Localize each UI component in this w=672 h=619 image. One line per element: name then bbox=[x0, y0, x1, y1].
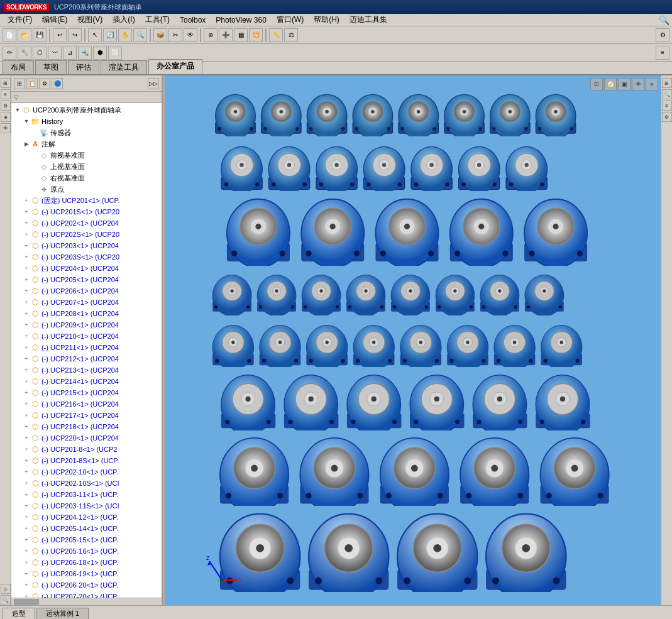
hide-show-btn[interactable]: 👁 bbox=[632, 78, 644, 90]
tree-component-28[interactable]: + ⬡ (-) UCP204-12<1> (UCP. bbox=[13, 512, 160, 523]
tree-component-34[interactable]: + ⬡ (-) UCP206-20<1> (UCP. bbox=[13, 579, 160, 591]
display-button[interactable]: 👁 bbox=[184, 28, 197, 42]
zoom-to-fit-btn[interactable]: ⊡ bbox=[590, 78, 603, 90]
tree-root[interactable]: ▼ ⬡ UCP200系列带座外球面轴承 bbox=[13, 104, 160, 116]
right-btn-1[interactable]: ⊞ bbox=[662, 78, 672, 88]
tree-component-3[interactable]: + ⬡ (-) UCP202S<1> (UCP20 bbox=[13, 229, 160, 240]
tree-component-30[interactable]: + ⬡ (-) UCP205-15<1> (UCP. bbox=[13, 534, 160, 545]
menu-tools[interactable]: 工具(T) bbox=[140, 14, 175, 26]
view-button[interactable]: 📦 bbox=[153, 28, 167, 42]
tree-component-19[interactable]: + ⬡ (-) UCP217<1> (UCP204 bbox=[13, 410, 160, 421]
open-button[interactable]: 📂 bbox=[18, 28, 31, 42]
tree-component-18[interactable]: + ⬡ (-) UCP216<1> (UCP204 bbox=[13, 398, 160, 410]
tree-component-32[interactable]: + ⬡ (-) UCP206-18<1> (UCP. bbox=[13, 557, 160, 568]
dim-expert-icon[interactable]: ◈ bbox=[1, 112, 11, 122]
redo-button[interactable]: ↪ bbox=[68, 28, 82, 42]
more-vp-btn[interactable]: ≡ bbox=[646, 78, 658, 90]
menu-insert[interactable]: 插入(I) bbox=[107, 14, 140, 26]
pan-button[interactable]: ✋ bbox=[118, 28, 132, 42]
tree-component-31[interactable]: + ⬡ (-) UCP205-16<1> (UCP. bbox=[13, 545, 160, 557]
tree-component-25[interactable]: + ⬡ (-) UCP202-10S<1> (UCI bbox=[13, 478, 160, 489]
3d-viewport[interactable]: ⊡ 🧭 ▣ 👁 ≡ bbox=[165, 75, 661, 605]
tree-component-1[interactable]: + ⬡ (-) UCP201S<1> (UCP20 bbox=[13, 206, 160, 217]
tree-component-10[interactable]: + ⬡ (-) UCP208<1> (UCP204 bbox=[13, 308, 160, 319]
left-toolbar-btn3[interactable]: ⚙ bbox=[39, 78, 50, 89]
left-toolbar-btn1[interactable]: ⊞ bbox=[14, 78, 25, 89]
options-button[interactable]: ⚙ bbox=[656, 28, 669, 42]
tree-component-9[interactable]: + ⬡ (-) UCP207<1> (UCP204 bbox=[13, 297, 160, 308]
tree-component-11[interactable]: + ⬡ (-) UCP209<1> (UCP204 bbox=[13, 319, 160, 331]
tree-component-17[interactable]: + ⬡ (-) UCP215<1> (UCP204 bbox=[13, 387, 160, 398]
select-button[interactable]: ↖ bbox=[88, 28, 102, 42]
search-icon[interactable]: 🔍 bbox=[659, 15, 669, 25]
mold-button[interactable]: ⬜ bbox=[108, 46, 122, 60]
tree-right-plane[interactable]: ◇ 右视基准面 bbox=[13, 172, 160, 184]
tab-evaluate[interactable]: 评估 bbox=[68, 60, 99, 74]
explode-button[interactable]: 💥 bbox=[249, 28, 263, 42]
bottom-tab-model[interactable]: 造型 bbox=[3, 608, 35, 619]
tree-component-13[interactable]: + ⬡ (-) UCP211<1> (UCP204 bbox=[13, 342, 160, 353]
sketch-button[interactable]: ✏ bbox=[3, 46, 16, 60]
tab-render[interactable]: 渲染工具 bbox=[101, 60, 147, 74]
curve-button[interactable]: 〰 bbox=[48, 46, 62, 60]
menu-edit[interactable]: 编辑(E) bbox=[37, 14, 72, 26]
tree-component-24[interactable]: + ⬡ (-) UCP202-10<1> (UCP. bbox=[13, 466, 160, 478]
feature-tree[interactable]: ▼ ⬡ UCP200系列带座外球面轴承 ▼ 📁 History 📡 传感器 ▶ … bbox=[11, 103, 162, 598]
task-pane-icon[interactable]: ▷ bbox=[1, 584, 11, 594]
tree-annotation[interactable]: ▶ A 注解 bbox=[13, 138, 160, 150]
tree-top-plane[interactable]: ◇ 上视基准面 bbox=[13, 161, 160, 172]
tree-component-35[interactable]: + ⬡ (-) UCP207-20<1> (UCP. bbox=[13, 591, 160, 598]
save-button[interactable]: 💾 bbox=[33, 28, 47, 42]
direct-edit-button[interactable]: ⊿ bbox=[63, 46, 77, 60]
mate-button[interactable]: ⊕ bbox=[204, 28, 218, 42]
bottom-tab-motion[interactable]: 运动算例 1 bbox=[36, 608, 89, 619]
tab-office[interactable]: 办公室产品 bbox=[148, 59, 202, 74]
tree-component-15[interactable]: + ⬡ (-) UCP213<1> (UCP204 bbox=[13, 364, 160, 376]
menu-file[interactable]: 文件(F) bbox=[3, 14, 37, 26]
zoom-button[interactable]: 🔍 bbox=[133, 28, 147, 42]
right-options[interactable]: ≡ bbox=[656, 46, 669, 60]
new-button[interactable]: 📄 bbox=[3, 28, 16, 42]
tree-component-14[interactable]: + ⬡ (-) UCP212<1> (UCP204 bbox=[13, 353, 160, 364]
right-btn-3[interactable]: ≡ bbox=[662, 101, 672, 111]
right-btn-2[interactable]: 🔍 bbox=[662, 89, 672, 99]
tree-sensor[interactable]: 📡 传感器 bbox=[13, 127, 160, 138]
tree-component-8[interactable]: + ⬡ (-) UCP206<1> (UCP204 bbox=[13, 285, 160, 297]
rotate-button[interactable]: 🔄 bbox=[103, 28, 117, 42]
feature-manager-icon[interactable]: ⊞ bbox=[1, 78, 11, 88]
tree-component-21[interactable]: + ⬡ (-) UCP220<1> (UCP204 bbox=[13, 432, 160, 444]
menu-photoview[interactable]: PhotoView 360 bbox=[211, 15, 272, 25]
menu-maidi[interactable]: 迈迪工具集 bbox=[344, 14, 392, 26]
tree-component-7[interactable]: + ⬡ (-) UCP205<1> (UCP204 bbox=[13, 274, 160, 285]
tree-component-33[interactable]: + ⬡ (-) UCP206-19<1> (UCP. bbox=[13, 568, 160, 579]
config-manager-icon[interactable]: ⚙ bbox=[1, 101, 11, 111]
tree-origin[interactable]: ✛ 原点 bbox=[13, 184, 160, 195]
insert-comp-button[interactable]: ➕ bbox=[219, 28, 233, 42]
tree-history[interactable]: ▼ 📁 History bbox=[13, 116, 160, 127]
tree-component-22[interactable]: + ⬡ (-) UCP201-8<1> (UCP2 bbox=[13, 444, 160, 455]
left-toolbar-btn4[interactable]: 🔵 bbox=[52, 78, 63, 89]
tree-component-6[interactable]: + ⬡ (-) UCP204<1> (UCP204 bbox=[13, 263, 160, 274]
property-manager-icon[interactable]: ≡ bbox=[1, 89, 11, 99]
expand-collapse-all[interactable]: ▷▷ bbox=[148, 78, 159, 89]
tree-component-20[interactable]: + ⬡ (-) UCP218<1> (UCP204 bbox=[13, 421, 160, 432]
menu-toolbox[interactable]: Toolbox bbox=[175, 15, 211, 25]
tree-component-2[interactable]: + ⬡ (-) UCP202<1> (UCP204 bbox=[13, 217, 160, 229]
fastening-button[interactable]: 🔩 bbox=[78, 46, 92, 60]
section-button[interactable]: ✂ bbox=[168, 28, 182, 42]
menu-help[interactable]: 帮助(H) bbox=[309, 14, 344, 26]
right-btn-4[interactable]: ⚙ bbox=[662, 112, 672, 122]
tree-component-16[interactable]: + ⬡ (-) UCP214<1> (UCP204 bbox=[13, 376, 160, 387]
feature-button[interactable]: 🔧 bbox=[18, 46, 31, 60]
tab-layout[interactable]: 布局 bbox=[3, 60, 34, 74]
tree-component-29[interactable]: + ⬡ (-) UCP205-14<1> (UCP. bbox=[13, 523, 160, 534]
tree-component-27[interactable]: + ⬡ (-) UCP203-11S<1> (UCI bbox=[13, 500, 160, 512]
tree-front-plane[interactable]: ◇ 前视基准面 bbox=[13, 150, 160, 161]
tree-component-4[interactable]: + ⬡ (-) UCP203<1> (UCP204 bbox=[13, 240, 160, 251]
weld-button[interactable]: ⬢ bbox=[93, 46, 107, 60]
tree-component-23[interactable]: + ⬡ (-) UCP201-8S<1> (UCP. bbox=[13, 455, 160, 466]
display-manager-icon[interactable]: 👁 bbox=[1, 123, 11, 133]
search-panel-icon[interactable]: 🔍 bbox=[1, 595, 11, 605]
left-toolbar-btn2[interactable]: 📋 bbox=[26, 78, 38, 89]
tree-horizontal-scrollbar[interactable] bbox=[11, 598, 162, 605]
